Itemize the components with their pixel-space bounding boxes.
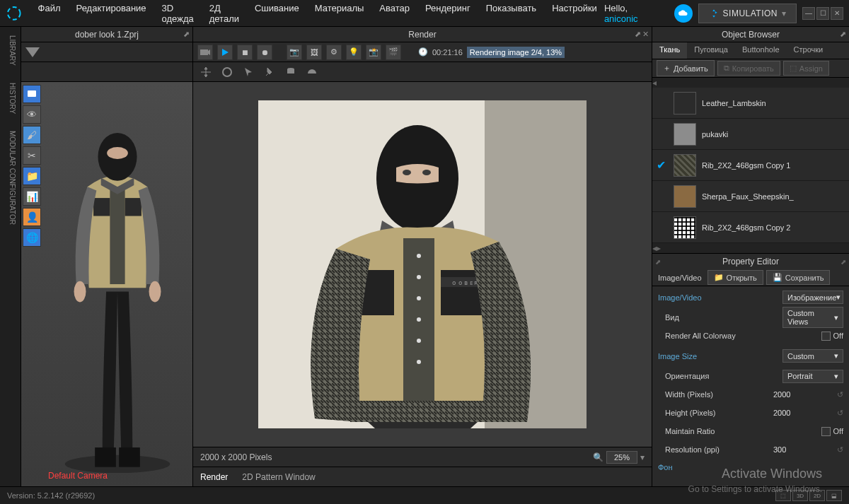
tool-folder-icon[interactable]: 📁 <box>23 167 41 185</box>
undock-icon[interactable]: ⬈ <box>655 258 661 266</box>
side-tab-history[interactable]: HISTORY <box>0 74 21 122</box>
tool-cylinder-icon[interactable] <box>282 64 299 81</box>
tab-buttonhole[interactable]: Buttonhole <box>735 42 787 59</box>
tool-globe-icon[interactable]: 🌐 <box>23 228 41 247</box>
prop-section-imagesize[interactable]: Image Size Custom▾ <box>652 345 849 367</box>
popout-icon[interactable]: ⬈ <box>841 258 846 266</box>
menu-settings[interactable]: Настройки <box>545 0 604 28</box>
zoom-icon[interactable]: 🔍 <box>593 452 603 462</box>
tab-stitches[interactable]: Строчки <box>787 42 831 59</box>
browser-scroll-bottom[interactable]: ◂▸ <box>652 243 849 253</box>
prop-section-imagevideo[interactable]: Image/Video Изображение▾ <box>652 286 849 308</box>
svg-rect-3 <box>95 447 116 467</box>
tool-scissors-icon[interactable]: ✂ <box>23 146 41 165</box>
maximize-button[interactable]: ☐ <box>816 7 829 20</box>
viewport-3d[interactable]: 👁 🖌 ✂ 📁 📊 👤 🌐 <box>21 82 192 486</box>
fabric-swatch <box>674 123 696 146</box>
footer-btn-2d[interactable]: 2D <box>809 490 825 501</box>
render-toolbar-2 <box>193 62 652 82</box>
add-button[interactable]: ＋Добавить <box>657 60 715 76</box>
side-tab-library[interactable]: LIBRARY <box>0 27 21 74</box>
menu-file[interactable]: Файл <box>31 0 68 28</box>
tool-chart-icon[interactable]: 📊 <box>23 187 41 206</box>
tool-dome-icon[interactable] <box>304 64 320 81</box>
render-stop-icon[interactable]: ⏹ <box>237 45 253 60</box>
close-panel-icon[interactable]: ✕ <box>642 30 649 39</box>
menu-avatar[interactable]: Аватар <box>372 0 417 28</box>
fabric-item[interactable]: Leather_Lambskin <box>652 88 849 119</box>
tool-display-icon[interactable] <box>23 85 41 103</box>
footer-btn-4[interactable]: ⬓ <box>826 490 842 501</box>
zoom-input[interactable] <box>606 451 637 464</box>
popout-icon[interactable]: ⬈ <box>840 30 846 39</box>
avatar-preview[interactable]: Default Camera <box>42 82 192 486</box>
tool-rotate-icon[interactable] <box>219 64 236 81</box>
popout-icon[interactable]: ⬈ <box>635 30 641 39</box>
save-button[interactable]: 💾Сохранить <box>766 270 831 285</box>
copy-button[interactable]: ⧉Копировать <box>717 61 780 76</box>
menu-materials[interactable]: Материалы <box>308 0 371 28</box>
tab-2d-pattern[interactable]: 2D Pattern Window <box>242 472 315 482</box>
orientation-dropdown[interactable]: Portrait▾ <box>782 370 843 383</box>
render-snapshot-icon[interactable]: 📷 <box>287 45 302 60</box>
tool-brush-icon[interactable]: 🖌 <box>23 126 41 144</box>
colorway-checkbox[interactable]: Off <box>821 332 843 341</box>
render-image-icon[interactable]: 🖼 <box>306 45 322 60</box>
open-button[interactable]: 📁Открыть <box>708 270 763 285</box>
tool-cursor-icon[interactable] <box>240 64 257 81</box>
reset-icon[interactable]: ↺ <box>837 390 843 399</box>
height-input[interactable] <box>773 409 816 417</box>
assign-button[interactable]: ⬚Assign <box>783 61 829 76</box>
tool-avatar-icon[interactable]: 👤 <box>23 208 41 226</box>
imagevideo-dropdown[interactable]: Изображение▾ <box>782 291 843 304</box>
popout-icon[interactable]: ⬈ <box>183 30 190 39</box>
reset-icon[interactable]: ↺ <box>837 409 843 418</box>
render-view[interactable]: ᴏ ᴏ ʙ ᴇ ʀ <box>193 82 652 447</box>
fabric-item[interactable]: ✔ Rib_2X2_468gsm Copy 1 <box>652 150 849 181</box>
prop-section-background[interactable]: Фон <box>652 459 849 476</box>
tool-pin-icon[interactable] <box>261 64 278 81</box>
fabric-item[interactable]: Rib_2X2_468gsm Copy 2 <box>652 212 849 243</box>
menu-sewing[interactable]: Сшивание <box>248 0 306 28</box>
render-light-icon[interactable]: 💡 <box>346 45 362 60</box>
render-record-icon[interactable]: ⏺ <box>257 45 272 60</box>
fabric-item[interactable]: pukavki <box>652 119 849 150</box>
prop-tab-imagevideo[interactable]: Image/Video <box>655 274 705 282</box>
collapse-arrow-icon[interactable] <box>25 47 40 57</box>
render-play-button[interactable] <box>217 45 233 60</box>
menu-show[interactable]: Показывать <box>479 0 543 28</box>
fabric-item[interactable]: Sherpa_Faux_Sheepskin_ <box>652 181 849 212</box>
render-camera-icon[interactable] <box>197 45 213 60</box>
right-panel: Object Browser ⬈ Ткань Пуговица Buttonho… <box>652 27 849 486</box>
footer-btn-3d[interactable]: 3D <box>792 490 808 501</box>
tool-eye-icon[interactable]: 👁 <box>23 105 41 124</box>
browser-scroll-top[interactable]: ◂ <box>652 78 849 88</box>
footer-btn-1[interactable]: ⬚ <box>775 490 791 501</box>
menu-3d-clothes[interactable]: 3D одежда <box>155 0 201 28</box>
tool-move-icon[interactable] <box>197 64 214 81</box>
tab-fabric[interactable]: Ткань <box>652 42 687 59</box>
menu-2d-details[interactable]: 2Д детали <box>202 0 246 28</box>
tab-button[interactable]: Пуговица <box>687 42 735 59</box>
menu-rendering[interactable]: Рендеринг <box>418 0 478 28</box>
render-camera2-icon[interactable]: 📸 <box>366 45 381 60</box>
reset-icon[interactable]: ↺ <box>837 445 843 455</box>
resolution-input[interactable] <box>773 445 816 454</box>
render-timecode: 00:21:16 <box>432 48 463 57</box>
ratio-checkbox[interactable]: Off <box>821 427 843 436</box>
render-gear-icon[interactable]: ⚙ <box>326 45 342 60</box>
view-dropdown[interactable]: Custom Views▾ <box>782 307 843 328</box>
side-tab-modular[interactable]: MODULAR CONFIGURATOR <box>0 122 21 233</box>
menu-edit[interactable]: Редактирование <box>69 0 154 28</box>
check-icon: ✔ <box>657 158 668 172</box>
tab-render[interactable]: Render <box>200 472 228 482</box>
render-video-icon[interactable]: 🎬 <box>386 45 401 60</box>
viewport-tools: 👁 🖌 ✂ 📁 📊 👤 🌐 <box>21 82 42 486</box>
cloud-sync-button[interactable] <box>674 4 693 23</box>
imagesize-dropdown[interactable]: Custom▾ <box>782 349 843 363</box>
simulation-button[interactable]: SIMULATION ▾ <box>698 4 797 23</box>
chevron-down-icon[interactable]: ▾ <box>640 452 645 462</box>
width-input[interactable] <box>773 390 816 399</box>
minimize-button[interactable]: — <box>802 7 815 20</box>
close-button[interactable]: ✕ <box>831 7 843 20</box>
